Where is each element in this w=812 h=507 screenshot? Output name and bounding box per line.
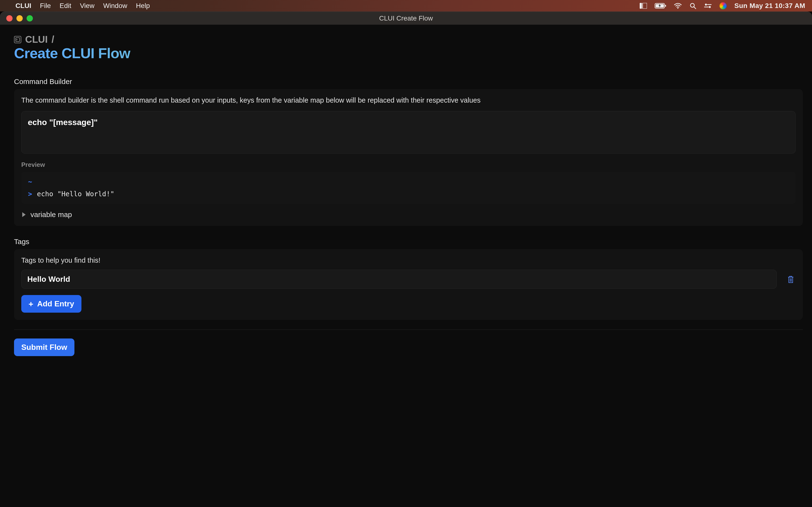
delete-tag-button[interactable] bbox=[786, 275, 796, 284]
submit-flow-button[interactable]: Submit Flow bbox=[14, 338, 74, 356]
menubar-app-name[interactable]: CLUI bbox=[15, 2, 31, 10]
preview-cwd: ~ bbox=[28, 178, 789, 186]
tags-description: Tags to help you find this! bbox=[21, 257, 796, 264]
preview-prompt: > bbox=[28, 190, 32, 198]
battery-icon[interactable] bbox=[655, 3, 666, 9]
svg-rect-0 bbox=[640, 3, 642, 9]
command-builder-panel: The command builder is the shell command… bbox=[14, 89, 803, 226]
spotlight-search-icon[interactable] bbox=[690, 2, 696, 9]
trash-icon bbox=[788, 276, 794, 283]
window-minimize-button[interactable] bbox=[16, 15, 23, 21]
tags-panel: Tags to help you find this! + Add Entry bbox=[14, 249, 803, 320]
command-builder-label: Command Builder bbox=[14, 77, 803, 86]
svg-rect-1 bbox=[643, 3, 647, 9]
divider bbox=[14, 330, 803, 330]
menubar-clock[interactable]: Sun May 21 10:37 AM bbox=[734, 2, 805, 10]
menu-file[interactable]: File bbox=[40, 2, 51, 10]
tag-row bbox=[21, 270, 796, 289]
svg-rect-4 bbox=[665, 5, 666, 7]
preview-box: ~ > echo "Hello World!" bbox=[21, 172, 796, 204]
traffic-lights bbox=[6, 15, 33, 21]
chevron-right-icon bbox=[22, 212, 26, 217]
tags-label: Tags bbox=[14, 237, 803, 246]
window-title: CLUI Create Flow bbox=[379, 14, 433, 22]
app-content: CLUI / Create CLUI Flow Command Builder … bbox=[0, 25, 812, 507]
submit-flow-label: Submit Flow bbox=[21, 343, 67, 352]
preview-label: Preview bbox=[21, 161, 796, 169]
plus-icon: + bbox=[29, 300, 33, 308]
window-titlebar: CLUI Create Flow bbox=[0, 12, 812, 25]
variable-map-label: variable map bbox=[31, 211, 72, 219]
window-close-button[interactable] bbox=[6, 15, 12, 21]
tag-input[interactable] bbox=[21, 270, 777, 289]
menubar-left: CLUI File Edit View Window Help bbox=[7, 2, 150, 10]
preview-command: echo "Hello World!" bbox=[37, 190, 114, 198]
breadcrumb-app-icon bbox=[14, 36, 21, 43]
wifi-icon[interactable] bbox=[674, 3, 682, 9]
stage-manager-icon[interactable] bbox=[640, 3, 647, 9]
variable-map-toggle[interactable]: variable map bbox=[21, 211, 796, 219]
svg-line-7 bbox=[694, 7, 696, 9]
menu-edit[interactable]: Edit bbox=[59, 2, 71, 10]
page-title: Create CLUI Flow bbox=[14, 45, 803, 62]
breadcrumb-separator: / bbox=[51, 34, 54, 45]
command-builder-description: The command builder is the shell command… bbox=[21, 96, 796, 104]
svg-point-8 bbox=[705, 4, 707, 6]
svg-point-10 bbox=[709, 6, 711, 8]
add-entry-label: Add Entry bbox=[37, 299, 74, 308]
menu-view[interactable]: View bbox=[80, 2, 95, 10]
menu-window[interactable]: Window bbox=[103, 2, 128, 10]
macos-menubar: CLUI File Edit View Window Help Sun May … bbox=[0, 0, 812, 12]
svg-rect-12 bbox=[16, 38, 19, 42]
window-maximize-button[interactable] bbox=[27, 15, 33, 21]
menu-help[interactable]: Help bbox=[136, 2, 150, 10]
breadcrumb: CLUI / bbox=[14, 34, 803, 45]
svg-point-5 bbox=[677, 7, 678, 8]
siri-icon[interactable] bbox=[719, 2, 727, 9]
command-builder-input[interactable] bbox=[21, 111, 796, 154]
breadcrumb-root[interactable]: CLUI bbox=[25, 34, 48, 45]
menubar-right: Sun May 21 10:37 AM bbox=[640, 2, 805, 10]
add-entry-button[interactable]: + Add Entry bbox=[21, 295, 82, 313]
control-center-icon[interactable] bbox=[704, 3, 712, 9]
